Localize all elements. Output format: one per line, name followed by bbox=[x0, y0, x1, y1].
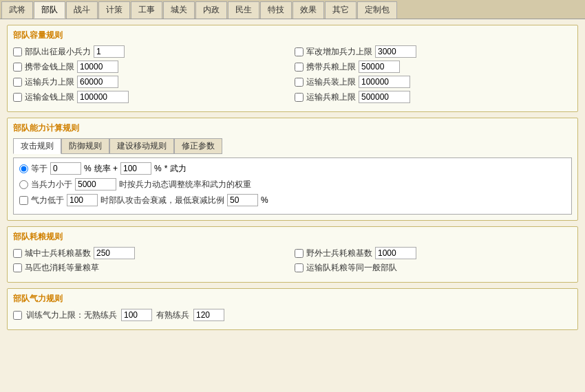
capacity-transport-gold-label: 运输金钱上限 bbox=[25, 91, 74, 103]
capacity-section: 部队容量规则 部队出征最小兵力 1 军改增加兵力上限 3000 携带金钱上限 1… bbox=[7, 25, 578, 112]
capacity-row2: 携带金钱上限 10000 携带兵粮上限 50000 bbox=[13, 61, 572, 73]
grain-title: 部队耗粮规则 bbox=[13, 231, 572, 243]
inner-tab-build[interactable]: 建设移动规则 bbox=[109, 138, 174, 154]
formula-pct2: % bbox=[154, 164, 162, 173]
formula-row2-v1-input[interactable] bbox=[75, 178, 116, 190]
grain-transport-checkbox[interactable] bbox=[295, 263, 304, 272]
tab-tejji[interactable]: 特技 bbox=[260, 1, 292, 19]
capacity-jungai-label: 军改增加兵力上限 bbox=[306, 46, 372, 58]
capacity-transport-force-input[interactable]: 60000 bbox=[77, 76, 118, 88]
grain-field-checkbox[interactable] bbox=[295, 249, 304, 258]
capacity-row1-col2: 军改增加兵力上限 3000 bbox=[295, 45, 572, 58]
tab-gongshi[interactable]: 工事 bbox=[131, 1, 162, 19]
morale-label2: 有熟练兵 bbox=[156, 309, 189, 321]
inner-tab-attack[interactable]: 攻击规则 bbox=[13, 138, 61, 154]
grain-row1-col2: 野外士兵耗粮基数 bbox=[295, 247, 572, 259]
capacity-grain-input[interactable]: 50000 bbox=[359, 61, 400, 73]
capacity-gold-label: 携带金钱上限 bbox=[25, 61, 74, 73]
grain-field-label: 野外士兵耗粮基数 bbox=[306, 248, 372, 259]
grain-row2-col2: 运输队耗粮等同一般部队 bbox=[295, 262, 572, 274]
tab-zhandou[interactable]: 战斗 bbox=[66, 1, 98, 19]
capacity-transport-gold-input[interactable]: 100000 bbox=[77, 91, 129, 103]
capacity-transport-grain-input[interactable]: 500000 bbox=[359, 91, 410, 103]
formula-row1: 等于 % 统率 + % * 武力 bbox=[19, 162, 566, 175]
grain-city-checkbox[interactable] bbox=[13, 249, 22, 258]
formula-v2-input[interactable] bbox=[120, 162, 151, 175]
capacity-transport-equip-label: 运输兵装上限 bbox=[306, 76, 356, 88]
capacity-grain-checkbox[interactable] bbox=[295, 63, 304, 72]
morale-row1: 训练气力上限：无熟练兵 有熟练兵 bbox=[13, 309, 572, 321]
tab-budui[interactable]: 部队 bbox=[34, 1, 65, 19]
capacity-transport-grain-label: 运输兵粮上限 bbox=[306, 91, 356, 103]
capacity-row3: 运输兵力上限 60000 运输兵装上限 100000 bbox=[13, 76, 572, 88]
capacity-gold-input[interactable]: 10000 bbox=[77, 61, 118, 73]
capacity-minforce-checkbox[interactable] bbox=[13, 47, 22, 56]
capacity-jungai-checkbox[interactable] bbox=[295, 47, 304, 56]
formula-label-dengyu: 等于 bbox=[31, 163, 47, 175]
ability-title: 部队能力计算规则 bbox=[13, 122, 572, 134]
formula-radio2[interactable] bbox=[19, 180, 28, 189]
capacity-minforce-input[interactable]: 1 bbox=[94, 45, 125, 58]
tab-jice[interactable]: 计策 bbox=[98, 1, 130, 19]
inner-tab-correct[interactable]: 修正参数 bbox=[174, 138, 222, 154]
capacity-gold-checkbox[interactable] bbox=[13, 63, 22, 72]
capacity-transport-grain-checkbox[interactable] bbox=[295, 93, 304, 102]
tab-qita[interactable]: 其它 bbox=[325, 1, 357, 19]
capacity-row4-col2: 运输兵粮上限 500000 bbox=[295, 91, 572, 103]
capacity-row4-col1: 运输金钱上限 100000 bbox=[13, 91, 290, 103]
grain-row1: 城中士兵耗粮基数 野外士兵耗粮基数 bbox=[13, 247, 572, 259]
formula-row3-label1: 气力低于 bbox=[31, 195, 64, 206]
formula-row3-pct: % bbox=[261, 195, 268, 205]
tab-chengguan[interactable]: 城关 bbox=[163, 1, 195, 19]
tab-minsheng[interactable]: 民生 bbox=[228, 1, 259, 19]
tab-neizheng[interactable]: 内政 bbox=[195, 1, 227, 19]
morale-v1-input[interactable] bbox=[121, 309, 152, 321]
grain-section: 部队耗粮规则 城中士兵耗粮基数 野外士兵耗粮基数 马匹也消耗等量粮草 运输队耗粮… bbox=[7, 226, 578, 283]
morale-section: 部队气力规则 训练气力上限：无熟练兵 有熟练兵 bbox=[7, 288, 578, 330]
grain-row2-col1: 马匹也消耗等量粮草 bbox=[13, 262, 290, 274]
morale-limit-checkbox[interactable] bbox=[13, 311, 22, 320]
formula-row3-v2-input[interactable] bbox=[227, 194, 258, 206]
grain-transport-label: 运输队耗粮等同一般部队 bbox=[306, 262, 397, 274]
capacity-transport-equip-input[interactable]: 100000 bbox=[359, 76, 410, 88]
grain-city-label: 城中士兵耗粮基数 bbox=[25, 248, 91, 259]
morale-title: 部队气力规则 bbox=[13, 293, 572, 305]
tab-wujiang[interactable]: 武将 bbox=[1, 1, 33, 19]
formula-radio1[interactable] bbox=[19, 164, 28, 173]
capacity-row3-col1: 运输兵力上限 60000 bbox=[13, 76, 290, 88]
formula-v1-input[interactable] bbox=[50, 162, 81, 175]
formula-row3: 气力低于 时部队攻击会衰减，最低衰减比例 % bbox=[19, 194, 566, 206]
capacity-jungai-input[interactable]: 3000 bbox=[375, 45, 416, 58]
tab-dingzhisection[interactable]: 定制包 bbox=[357, 1, 397, 19]
grain-horse-checkbox[interactable] bbox=[13, 263, 22, 272]
inner-tab-content: 等于 % 统率 + % * 武力 当兵力小于 时按兵力动态调整统率和武力的权重 … bbox=[13, 157, 572, 215]
grain-row2: 马匹也消耗等量粮草 运输队耗粮等同一般部队 bbox=[13, 262, 572, 274]
morale-v2-input[interactable] bbox=[193, 309, 224, 321]
formula-row3-label2: 时部队攻击会衰减，最低衰减比例 bbox=[100, 195, 224, 206]
capacity-row1-col1: 部队出征最小兵力 1 bbox=[13, 45, 290, 58]
capacity-transport-force-label: 运输兵力上限 bbox=[25, 76, 74, 88]
formula-row2-label1: 当兵力小于 bbox=[31, 179, 72, 190]
formula-row3-checkbox[interactable] bbox=[19, 196, 28, 205]
capacity-row4: 运输金钱上限 100000 运输兵粮上限 500000 bbox=[13, 91, 572, 103]
grain-city-input[interactable] bbox=[94, 247, 135, 259]
capacity-transport-gold-checkbox[interactable] bbox=[13, 93, 22, 102]
tab-xiaoguo[interactable]: 效果 bbox=[292, 1, 324, 19]
capacity-transport-force-checkbox[interactable] bbox=[13, 78, 22, 87]
formula-row2: 当兵力小于 时按兵力动态调整统率和武力的权重 bbox=[19, 178, 566, 190]
main-content: 部队容量规则 部队出征最小兵力 1 军改增加兵力上限 3000 携带金钱上限 1… bbox=[0, 19, 585, 392]
formula-mul1: 统率 + bbox=[94, 163, 118, 175]
capacity-transport-equip-checkbox[interactable] bbox=[295, 78, 304, 87]
inner-tab-defense[interactable]: 防御规则 bbox=[61, 138, 109, 154]
formula-pct1: % bbox=[84, 164, 92, 173]
capacity-row2-col2: 携带兵粮上限 50000 bbox=[295, 61, 572, 73]
grain-row1-col1: 城中士兵耗粮基数 bbox=[13, 247, 290, 259]
ability-section: 部队能力计算规则 攻击规则 防御规则 建设移动规则 修正参数 等于 % 统率 +… bbox=[7, 118, 578, 221]
capacity-row1: 部队出征最小兵力 1 军改增加兵力上限 3000 bbox=[13, 45, 572, 58]
morale-label1: 训练气力上限：无熟练兵 bbox=[26, 309, 117, 321]
capacity-title: 部队容量规则 bbox=[13, 30, 572, 41]
grain-field-input[interactable] bbox=[375, 247, 416, 259]
capacity-minforce-label: 部队出征最小兵力 bbox=[25, 46, 91, 58]
formula-row3-v1-input[interactable] bbox=[67, 194, 98, 206]
formula-row2-label2: 时按兵力动态调整统率和武力的权重 bbox=[119, 179, 251, 190]
